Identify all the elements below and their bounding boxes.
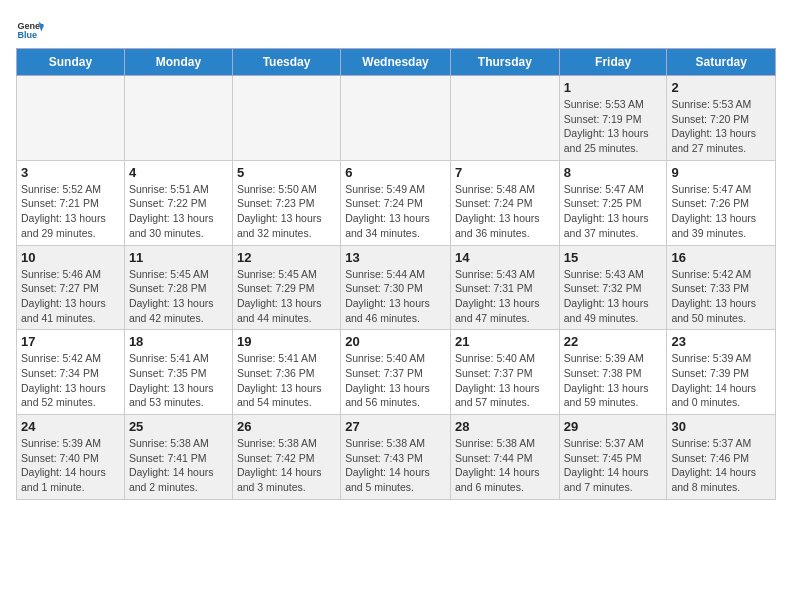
- day-info: Sunrise: 5:39 AM Sunset: 7:39 PM Dayligh…: [671, 351, 771, 410]
- calendar-week-row: 10Sunrise: 5:46 AM Sunset: 7:27 PM Dayli…: [17, 245, 776, 330]
- calendar-cell: [450, 76, 559, 161]
- weekday-header-friday: Friday: [559, 49, 667, 76]
- day-number: 26: [237, 419, 336, 434]
- calendar-cell: 6Sunrise: 5:49 AM Sunset: 7:24 PM Daylig…: [341, 160, 451, 245]
- calendar-week-row: 3Sunrise: 5:52 AM Sunset: 7:21 PM Daylig…: [17, 160, 776, 245]
- day-info: Sunrise: 5:42 AM Sunset: 7:34 PM Dayligh…: [21, 351, 120, 410]
- calendar-cell: 13Sunrise: 5:44 AM Sunset: 7:30 PM Dayli…: [341, 245, 451, 330]
- day-info: Sunrise: 5:53 AM Sunset: 7:20 PM Dayligh…: [671, 97, 771, 156]
- day-number: 13: [345, 250, 446, 265]
- day-number: 30: [671, 419, 771, 434]
- day-info: Sunrise: 5:41 AM Sunset: 7:36 PM Dayligh…: [237, 351, 336, 410]
- day-info: Sunrise: 5:52 AM Sunset: 7:21 PM Dayligh…: [21, 182, 120, 241]
- day-number: 1: [564, 80, 663, 95]
- day-number: 22: [564, 334, 663, 349]
- calendar-cell: 4Sunrise: 5:51 AM Sunset: 7:22 PM Daylig…: [124, 160, 232, 245]
- weekday-header-thursday: Thursday: [450, 49, 559, 76]
- day-info: Sunrise: 5:48 AM Sunset: 7:24 PM Dayligh…: [455, 182, 555, 241]
- calendar-cell: 27Sunrise: 5:38 AM Sunset: 7:43 PM Dayli…: [341, 415, 451, 500]
- calendar-cell: 5Sunrise: 5:50 AM Sunset: 7:23 PM Daylig…: [232, 160, 340, 245]
- day-info: Sunrise: 5:37 AM Sunset: 7:45 PM Dayligh…: [564, 436, 663, 495]
- day-info: Sunrise: 5:51 AM Sunset: 7:22 PM Dayligh…: [129, 182, 228, 241]
- day-info: Sunrise: 5:41 AM Sunset: 7:35 PM Dayligh…: [129, 351, 228, 410]
- day-number: 10: [21, 250, 120, 265]
- calendar-cell: [341, 76, 451, 161]
- calendar-cell: 20Sunrise: 5:40 AM Sunset: 7:37 PM Dayli…: [341, 330, 451, 415]
- day-info: Sunrise: 5:49 AM Sunset: 7:24 PM Dayligh…: [345, 182, 446, 241]
- calendar-cell: 22Sunrise: 5:39 AM Sunset: 7:38 PM Dayli…: [559, 330, 667, 415]
- calendar-cell: 17Sunrise: 5:42 AM Sunset: 7:34 PM Dayli…: [17, 330, 125, 415]
- calendar-week-row: 24Sunrise: 5:39 AM Sunset: 7:40 PM Dayli…: [17, 415, 776, 500]
- day-number: 12: [237, 250, 336, 265]
- calendar-cell: 7Sunrise: 5:48 AM Sunset: 7:24 PM Daylig…: [450, 160, 559, 245]
- logo-icon: General Blue: [16, 16, 44, 44]
- page-header: General Blue: [16, 16, 776, 44]
- calendar-cell: 3Sunrise: 5:52 AM Sunset: 7:21 PM Daylig…: [17, 160, 125, 245]
- day-number: 24: [21, 419, 120, 434]
- day-info: Sunrise: 5:38 AM Sunset: 7:42 PM Dayligh…: [237, 436, 336, 495]
- weekday-header-wednesday: Wednesday: [341, 49, 451, 76]
- day-info: Sunrise: 5:47 AM Sunset: 7:26 PM Dayligh…: [671, 182, 771, 241]
- calendar-cell: 1Sunrise: 5:53 AM Sunset: 7:19 PM Daylig…: [559, 76, 667, 161]
- calendar-cell: 15Sunrise: 5:43 AM Sunset: 7:32 PM Dayli…: [559, 245, 667, 330]
- calendar-cell: 11Sunrise: 5:45 AM Sunset: 7:28 PM Dayli…: [124, 245, 232, 330]
- day-info: Sunrise: 5:38 AM Sunset: 7:43 PM Dayligh…: [345, 436, 446, 495]
- weekday-header-row: SundayMondayTuesdayWednesdayThursdayFrid…: [17, 49, 776, 76]
- weekday-header-monday: Monday: [124, 49, 232, 76]
- day-info: Sunrise: 5:38 AM Sunset: 7:44 PM Dayligh…: [455, 436, 555, 495]
- day-number: 8: [564, 165, 663, 180]
- calendar-cell: 14Sunrise: 5:43 AM Sunset: 7:31 PM Dayli…: [450, 245, 559, 330]
- day-number: 4: [129, 165, 228, 180]
- weekday-header-saturday: Saturday: [667, 49, 776, 76]
- calendar-cell: 21Sunrise: 5:40 AM Sunset: 7:37 PM Dayli…: [450, 330, 559, 415]
- calendar-cell: 24Sunrise: 5:39 AM Sunset: 7:40 PM Dayli…: [17, 415, 125, 500]
- day-info: Sunrise: 5:50 AM Sunset: 7:23 PM Dayligh…: [237, 182, 336, 241]
- day-info: Sunrise: 5:45 AM Sunset: 7:29 PM Dayligh…: [237, 267, 336, 326]
- calendar-cell: 26Sunrise: 5:38 AM Sunset: 7:42 PM Dayli…: [232, 415, 340, 500]
- day-number: 18: [129, 334, 228, 349]
- day-number: 17: [21, 334, 120, 349]
- day-info: Sunrise: 5:39 AM Sunset: 7:40 PM Dayligh…: [21, 436, 120, 495]
- day-info: Sunrise: 5:42 AM Sunset: 7:33 PM Dayligh…: [671, 267, 771, 326]
- day-number: 2: [671, 80, 771, 95]
- calendar-week-row: 1Sunrise: 5:53 AM Sunset: 7:19 PM Daylig…: [17, 76, 776, 161]
- day-number: 20: [345, 334, 446, 349]
- day-info: Sunrise: 5:53 AM Sunset: 7:19 PM Dayligh…: [564, 97, 663, 156]
- calendar-cell: [232, 76, 340, 161]
- calendar-cell: 16Sunrise: 5:42 AM Sunset: 7:33 PM Dayli…: [667, 245, 776, 330]
- day-info: Sunrise: 5:46 AM Sunset: 7:27 PM Dayligh…: [21, 267, 120, 326]
- calendar-cell: 18Sunrise: 5:41 AM Sunset: 7:35 PM Dayli…: [124, 330, 232, 415]
- calendar-table: SundayMondayTuesdayWednesdayThursdayFrid…: [16, 48, 776, 500]
- day-number: 6: [345, 165, 446, 180]
- weekday-header-sunday: Sunday: [17, 49, 125, 76]
- day-info: Sunrise: 5:47 AM Sunset: 7:25 PM Dayligh…: [564, 182, 663, 241]
- calendar-cell: 30Sunrise: 5:37 AM Sunset: 7:46 PM Dayli…: [667, 415, 776, 500]
- day-info: Sunrise: 5:44 AM Sunset: 7:30 PM Dayligh…: [345, 267, 446, 326]
- day-number: 28: [455, 419, 555, 434]
- calendar-cell: 10Sunrise: 5:46 AM Sunset: 7:27 PM Dayli…: [17, 245, 125, 330]
- calendar-week-row: 17Sunrise: 5:42 AM Sunset: 7:34 PM Dayli…: [17, 330, 776, 415]
- weekday-header-tuesday: Tuesday: [232, 49, 340, 76]
- day-number: 9: [671, 165, 771, 180]
- svg-text:Blue: Blue: [17, 30, 37, 40]
- calendar-cell: 19Sunrise: 5:41 AM Sunset: 7:36 PM Dayli…: [232, 330, 340, 415]
- day-info: Sunrise: 5:40 AM Sunset: 7:37 PM Dayligh…: [455, 351, 555, 410]
- day-number: 11: [129, 250, 228, 265]
- day-number: 16: [671, 250, 771, 265]
- calendar-cell: 8Sunrise: 5:47 AM Sunset: 7:25 PM Daylig…: [559, 160, 667, 245]
- day-number: 3: [21, 165, 120, 180]
- day-info: Sunrise: 5:40 AM Sunset: 7:37 PM Dayligh…: [345, 351, 446, 410]
- day-info: Sunrise: 5:45 AM Sunset: 7:28 PM Dayligh…: [129, 267, 228, 326]
- calendar-cell: 25Sunrise: 5:38 AM Sunset: 7:41 PM Dayli…: [124, 415, 232, 500]
- calendar-cell: [17, 76, 125, 161]
- calendar-cell: [124, 76, 232, 161]
- day-number: 25: [129, 419, 228, 434]
- day-number: 19: [237, 334, 336, 349]
- day-info: Sunrise: 5:43 AM Sunset: 7:31 PM Dayligh…: [455, 267, 555, 326]
- logo: General Blue: [16, 16, 48, 44]
- calendar-cell: 12Sunrise: 5:45 AM Sunset: 7:29 PM Dayli…: [232, 245, 340, 330]
- calendar-cell: 23Sunrise: 5:39 AM Sunset: 7:39 PM Dayli…: [667, 330, 776, 415]
- calendar-cell: 2Sunrise: 5:53 AM Sunset: 7:20 PM Daylig…: [667, 76, 776, 161]
- day-number: 29: [564, 419, 663, 434]
- day-number: 21: [455, 334, 555, 349]
